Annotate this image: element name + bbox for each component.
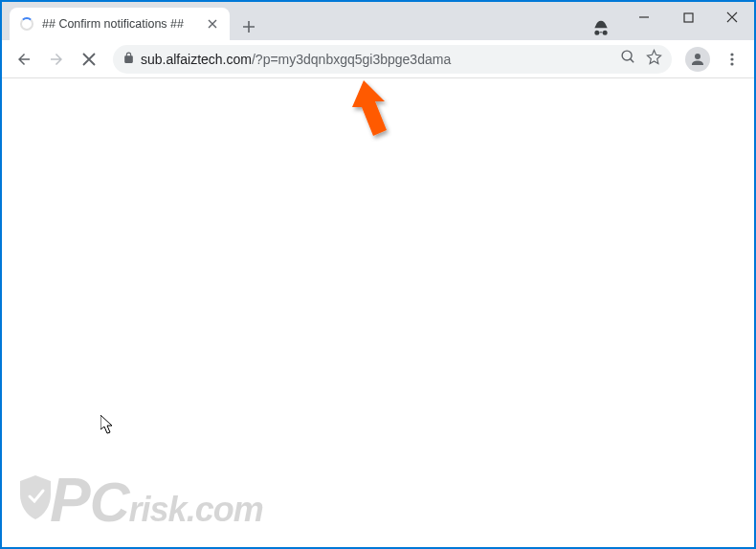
watermark-rest: risk.com — [129, 490, 263, 530]
svg-point-4 — [730, 62, 733, 65]
menu-button[interactable] — [718, 45, 746, 74]
svg-point-3 — [730, 57, 733, 60]
tab-strip: ## Confirm notifications ## — [2, 2, 622, 40]
forward-button[interactable] — [42, 45, 71, 74]
watermark-c: C — [90, 470, 129, 534]
new-tab-button[interactable] — [235, 13, 262, 40]
back-button[interactable] — [10, 45, 38, 74]
svg-point-2 — [730, 53, 733, 55]
browser-toolbar: sub.alfaiztech.com/?p=my3dqnbxgq5gi3bpge… — [2, 40, 754, 78]
browser-tab[interactable]: ## Confirm notifications ## — [10, 8, 230, 40]
url-path: /?p=my3dqnbxgq5gi3bpge3dama — [252, 52, 451, 67]
svg-rect-0 — [684, 13, 693, 22]
bookmark-star-icon[interactable] — [646, 49, 662, 69]
svg-point-1 — [622, 51, 632, 60]
url-text: sub.alfaiztech.com/?p=my3dqnbxgq5gi3bpge… — [141, 52, 614, 67]
incognito-icon — [589, 17, 612, 40]
zoom-icon[interactable] — [620, 49, 636, 69]
tab-title: ## Confirm notifications ## — [42, 17, 197, 31]
minimize-button[interactable] — [622, 2, 666, 33]
maximize-button[interactable] — [666, 2, 710, 33]
loading-spinner-icon — [19, 16, 34, 32]
window-controls — [622, 2, 754, 33]
lock-icon — [122, 51, 135, 68]
url-host: sub.alfaiztech.com — [141, 52, 252, 67]
stop-reload-button[interactable] — [75, 45, 103, 74]
address-bar[interactable]: sub.alfaiztech.com/?p=my3dqnbxgq5gi3bpge… — [113, 45, 672, 74]
profile-avatar[interactable] — [685, 47, 710, 72]
watermark-p: P — [50, 465, 90, 536]
watermark-logo: P C risk.com — [19, 465, 263, 536]
close-tab-icon[interactable] — [205, 16, 220, 32]
close-window-button[interactable] — [710, 2, 754, 33]
window-titlebar: ## Confirm notifications ## — [2, 2, 754, 40]
